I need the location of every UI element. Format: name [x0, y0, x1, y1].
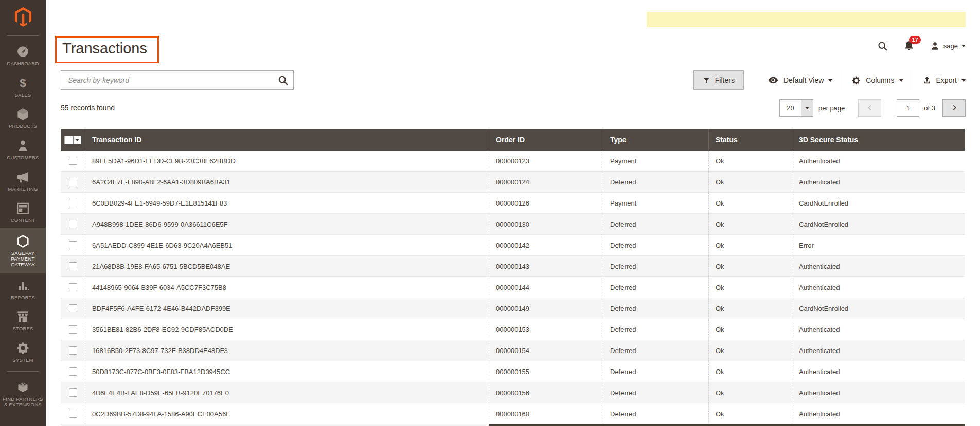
- svg-text:$: $: [20, 77, 26, 89]
- columns-button[interactable]: Columns: [842, 76, 912, 85]
- chevron-down-icon: [828, 79, 832, 82]
- table-row[interactable]: 0C2D69BB-57D8-94FA-1586-A90ECE00A56E0000…: [61, 403, 965, 424]
- sidebar-item-reports[interactable]: REPORTS: [0, 273, 46, 305]
- chevron-right-icon: [951, 104, 958, 112]
- export-icon: [922, 76, 932, 85]
- row-checkbox[interactable]: [69, 367, 77, 376]
- cell-transaction-id: 6C0DB029-4FE1-6949-59D7-E1E815141F83: [85, 193, 489, 214]
- row-checkbox-cell: [61, 361, 85, 382]
- row-checkbox[interactable]: [69, 325, 77, 334]
- row-checkbox[interactable]: [69, 157, 77, 165]
- row-checkbox[interactable]: [69, 178, 77, 186]
- cell-order-id: 000000143: [489, 256, 603, 277]
- cell-3d-secure-status: Authenticated: [792, 172, 965, 193]
- row-checkbox[interactable]: [69, 199, 77, 207]
- row-checkbox[interactable]: [69, 241, 77, 249]
- next-page-button[interactable]: [942, 99, 966, 117]
- table-row[interactable]: 3561BE81-82B6-2DF8-EC92-9CDF85ACD0DE0000…: [61, 319, 965, 340]
- current-page-input[interactable]: [897, 99, 919, 117]
- sidebar-item-marketing[interactable]: MARKETING: [0, 165, 46, 196]
- row-checkbox[interactable]: [69, 346, 77, 355]
- row-checkbox-cell: [61, 340, 85, 361]
- sidebar-item-products[interactable]: PRODUCTS: [0, 102, 46, 134]
- global-search-icon[interactable]: [877, 41, 888, 51]
- search-input[interactable]: [61, 70, 294, 90]
- select-all-checkbox[interactable]: [64, 136, 73, 144]
- row-checkbox-cell: [61, 319, 85, 340]
- user-menu[interactable]: sage: [930, 41, 966, 51]
- sidebar-item-sales[interactable]: $SALES: [0, 71, 46, 102]
- sidebar-divider: [7, 371, 39, 372]
- table-row[interactable]: 6A2C4E7E-F890-A8F2-6AA1-3D809BA6BA310000…: [61, 172, 965, 193]
- row-checkbox[interactable]: [69, 262, 77, 270]
- row-checkbox[interactable]: [69, 388, 77, 397]
- sidebar-item-label: REPORTS: [11, 294, 35, 300]
- table-row[interactable]: 89EF5DA1-96D1-EEDD-CF9B-23C38E62BBDD0000…: [61, 151, 965, 172]
- column-header-transaction-id[interactable]: Transaction ID: [85, 129, 489, 151]
- sidebar-item-label: STORES: [12, 326, 33, 331]
- table-row[interactable]: 44148965-9064-B39F-6034-A5CC7F3C75B80000…: [61, 277, 965, 298]
- magento-logo-icon[interactable]: [0, 0, 46, 32]
- page-title-highlight-box: Transactions: [55, 36, 159, 63]
- default-view-button[interactable]: Default View: [758, 75, 842, 86]
- column-header-order-id[interactable]: Order ID: [489, 129, 603, 151]
- bottom-edge-artifact: [489, 424, 965, 426]
- sidebar-item-label: SAGEPAY PAYMENT GATEWAY: [2, 250, 44, 267]
- row-checkbox-cell: [61, 214, 85, 235]
- grid-body: 89EF5DA1-96D1-EEDD-CF9B-23C38E62BBDD0000…: [61, 151, 965, 424]
- table-row[interactable]: 16816B50-2F73-8C97-732F-B38DD4E48DF30000…: [61, 340, 965, 361]
- row-checkbox[interactable]: [69, 220, 77, 228]
- filters-button[interactable]: Filters: [693, 70, 744, 90]
- cell-3d-secure-status: Authenticated: [792, 403, 965, 424]
- table-row[interactable]: 21A68D8B-19E8-FA65-6751-5BCD5BE048AE0000…: [61, 256, 965, 277]
- per-page-label: per page: [818, 104, 845, 112]
- export-button[interactable]: Export: [913, 76, 966, 85]
- cell-transaction-id: 6A2C4E7E-F890-A8F2-6AA1-3D809BA6BA31: [85, 172, 489, 193]
- keyword-search: [61, 70, 294, 90]
- grid-toolbar: Filters Default View Columns Export: [46, 63, 980, 90]
- table-row[interactable]: 50D8173C-877C-0BF3-0F83-FBA12D3945CC0000…: [61, 361, 965, 382]
- cell-3d-secure-status: Authenticated: [792, 277, 965, 298]
- sidebar-item-label: MARKETING: [8, 186, 38, 192]
- cell-order-id: 000000153: [489, 319, 603, 340]
- row-checkbox-cell: [61, 256, 85, 277]
- row-checkbox[interactable]: [69, 304, 77, 312]
- select-all-header[interactable]: [61, 129, 85, 151]
- sidebar-item-stores[interactable]: STORES: [0, 305, 46, 336]
- marketing-icon: [16, 170, 30, 184]
- notification-count-badge[interactable]: 17: [909, 36, 921, 44]
- cell-status: Ok: [708, 193, 792, 214]
- column-header-status[interactable]: Status: [708, 129, 792, 151]
- customers-icon: [16, 139, 30, 153]
- table-row[interactable]: 6A51AEDD-C899-4E1E-6D63-9C20A4A6EB510000…: [61, 235, 965, 256]
- column-header-3d-secure-status[interactable]: 3D Secure Status: [792, 129, 965, 151]
- grid-actions: Filters Default View Columns Export: [693, 70, 966, 90]
- row-checkbox[interactable]: [69, 283, 77, 291]
- notifications-bell-icon[interactable]: 17: [903, 40, 915, 51]
- sidebar-item-sagepay-payment-gateway[interactable]: SAGEPAY PAYMENT GATEWAY: [0, 228, 46, 273]
- cell-order-id: 000000126: [489, 193, 603, 214]
- table-row[interactable]: 4B6E4E4B-FAE8-D59E-65FB-9120E70176E00000…: [61, 382, 965, 403]
- row-checkbox-cell: [61, 298, 85, 319]
- table-row[interactable]: BDF4F5F6-A4FE-6172-4E46-B442DADF399E0000…: [61, 298, 965, 319]
- cell-transaction-id: 6A51AEDD-C899-4E1E-6D63-9C20A4A6EB51: [85, 235, 489, 256]
- sidebar-item-find-partners-extensions[interactable]: FIND PARTNERS & EXTENSIONS: [0, 375, 46, 412]
- table-row[interactable]: 6C0DB029-4FE1-6949-59D7-E1E815141F830000…: [61, 193, 965, 214]
- select-all-dropdown[interactable]: [73, 136, 81, 144]
- column-header-type[interactable]: Type: [603, 129, 708, 151]
- search-submit-icon[interactable]: [277, 75, 289, 88]
- cell-type: Deferred: [603, 382, 708, 403]
- sidebar-divider: [7, 35, 39, 36]
- table-row[interactable]: A948B998-1DEE-86D6-9599-0A36611C6E5F0000…: [61, 214, 965, 235]
- cell-transaction-id: 50D8173C-877C-0BF3-0F83-FBA12D3945CC: [85, 361, 489, 382]
- grid-header-row: Transaction ID Order ID Type Status 3D S…: [61, 129, 965, 151]
- sidebar-item-customers[interactable]: CUSTOMERS: [0, 134, 46, 165]
- sidebar-item-dashboard[interactable]: DASHBOARD: [0, 40, 46, 71]
- per-page-select[interactable]: 20: [779, 99, 813, 117]
- records-count: 55 records found: [61, 104, 115, 112]
- previous-page-button[interactable]: [858, 99, 881, 117]
- sidebar-item-content[interactable]: CONTENT: [0, 196, 46, 228]
- row-checkbox[interactable]: [69, 410, 77, 418]
- cell-order-id: 000000124: [489, 172, 603, 193]
- sidebar-item-system[interactable]: SYSTEM: [0, 336, 46, 367]
